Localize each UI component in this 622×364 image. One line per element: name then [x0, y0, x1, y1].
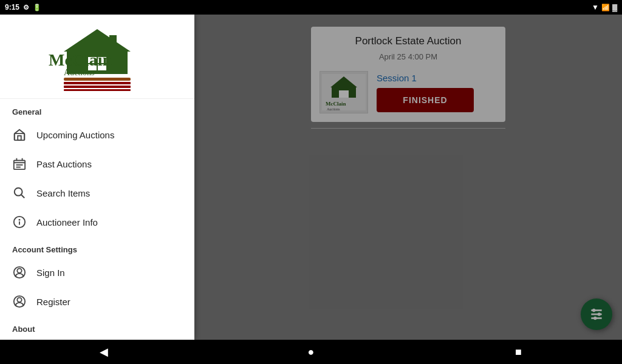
svg-text:Auctions: Auctions: [64, 68, 95, 77]
svg-line-21: [21, 195, 24, 198]
home-button[interactable]: ●: [299, 340, 323, 364]
drawer-overlay[interactable]: [194, 15, 622, 340]
content-area: Portlock Estate Auction April 25 4:00 PM…: [194, 15, 622, 340]
sidebar-item-upcoming-auctions[interactable]: Upcoming Auctions: [0, 120, 194, 149]
recents-button[interactable]: ■: [506, 340, 530, 364]
svg-rect-11: [64, 89, 131, 91]
back-icon: ◀: [100, 345, 108, 359]
nav-bar: ◀ ● ■: [0, 340, 622, 364]
svg-point-28: [17, 298, 21, 302]
svg-rect-14: [18, 136, 21, 140]
home-icon: ●: [308, 346, 315, 359]
logo-area: McClain Auctions AUCTIONS & LIQUIDATIONS: [0, 15, 194, 99]
search-items-label: Search Items: [36, 188, 90, 198]
svg-rect-9: [64, 82, 131, 84]
account-settings-header: Account Settings: [0, 237, 194, 258]
svg-rect-10: [64, 86, 131, 88]
upcoming-auctions-label: Upcoming Auctions: [36, 130, 114, 140]
battery-low-icon: 🔋: [33, 4, 41, 12]
building-icon: [12, 127, 27, 142]
logo-container: McClain Auctions AUCTIONS & LIQUIDATIONS: [12, 24, 182, 91]
sidebar-item-register[interactable]: Register: [0, 287, 194, 316]
register-label: Register: [36, 297, 70, 307]
svg-rect-13: [15, 133, 25, 140]
svg-rect-1: [109, 35, 117, 47]
drawer: McClain Auctions AUCTIONS & LIQUIDATIONS…: [0, 15, 194, 340]
register-icon: [12, 294, 27, 309]
about-header: About: [0, 316, 194, 337]
sign-in-label: Sign In: [36, 268, 65, 278]
account-circle-icon: [12, 265, 27, 280]
status-bar: 9:15 ⚙ 🔋 ▼ 📶 ▓: [0, 0, 622, 15]
wifi-icon: ▼: [592, 3, 599, 12]
sidebar-item-search-items[interactable]: Search Items: [0, 178, 194, 207]
sidebar-item-sign-in[interactable]: Sign In: [0, 258, 194, 287]
sidebar-item-past-auctions[interactable]: Past Auctions: [0, 149, 194, 178]
sidebar-item-auctioneer-info[interactable]: Auctioneer Info: [0, 207, 194, 237]
svg-text:McClain: McClain: [49, 50, 112, 69]
auctioneer-info-label: Auctioneer Info: [36, 217, 98, 228]
search-icon: [12, 186, 27, 200]
past-auctions-label: Past Auctions: [36, 159, 92, 169]
app-logo: McClain Auctions AUCTIONS & LIQUIDATIONS: [30, 24, 164, 91]
battery-icon: ▓: [612, 4, 617, 11]
info-icon: [12, 215, 27, 229]
status-time: 9:15: [5, 3, 19, 12]
main-area: McClain Auctions AUCTIONS & LIQUIDATIONS…: [0, 15, 622, 340]
svg-point-26: [17, 269, 21, 273]
general-section-header: General: [0, 99, 194, 120]
recents-icon: ■: [515, 346, 522, 359]
settings-icon: ⚙: [23, 4, 29, 12]
svg-marker-0: [64, 29, 131, 52]
past-auctions-icon: [12, 157, 27, 171]
back-button[interactable]: ◀: [92, 340, 116, 364]
signal-icon: 📶: [601, 4, 610, 12]
svg-rect-8: [64, 78, 131, 81]
svg-point-20: [15, 188, 22, 196]
